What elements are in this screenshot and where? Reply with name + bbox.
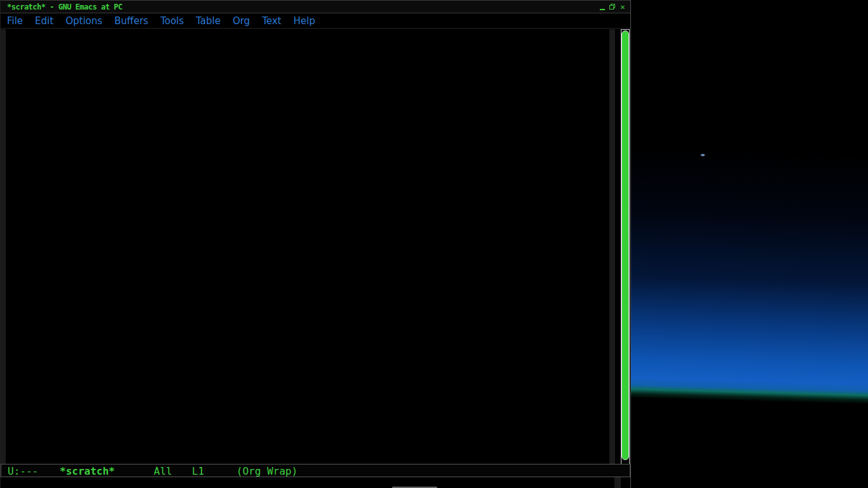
window-controls: ✕ xyxy=(597,1,628,13)
editor-buffer-area[interactable] xyxy=(1,29,630,464)
mode-line: U:--- *scratch* All L1 (Org Wrap) xyxy=(1,464,630,477)
modeline-major-mode[interactable]: (Org Wrap) xyxy=(236,465,297,477)
star-dot xyxy=(700,154,705,156)
restore-button[interactable] xyxy=(607,2,618,12)
modeline-position: All xyxy=(154,465,172,477)
modeline-coding-indicator: U:--- xyxy=(8,465,38,477)
menu-item-help[interactable]: Help xyxy=(294,15,315,27)
menu-item-file[interactable]: File xyxy=(7,15,23,27)
scrollbar-thumb[interactable] xyxy=(621,30,629,460)
menu-item-edit[interactable]: Edit xyxy=(35,15,53,27)
menu-item-table[interactable]: Table xyxy=(196,15,220,27)
scrollbar-track[interactable] xyxy=(621,29,630,464)
right-fringe xyxy=(609,29,615,464)
menu-item-options[interactable]: Options xyxy=(65,15,102,27)
minibuffer-gutter xyxy=(614,477,621,488)
modeline-buffer-name[interactable]: *scratch* xyxy=(60,465,115,477)
emacs-window: *scratch* - GNU Emacs at PC ✕ File Edit … xyxy=(0,0,631,488)
title-bar[interactable]: *scratch* - GNU Emacs at PC ✕ xyxy=(1,1,630,13)
left-fringe xyxy=(1,29,6,464)
menu-item-tools[interactable]: Tools xyxy=(160,15,184,27)
menu-bar: File Edit Options Buffers Tools Table Or… xyxy=(1,14,630,29)
window-title: *scratch* - GNU Emacs at PC xyxy=(7,3,123,11)
minimize-button[interactable] xyxy=(597,2,607,12)
desktop: *scratch* - GNU Emacs at PC ✕ File Edit … xyxy=(0,0,868,488)
menu-item-buffers[interactable]: Buffers xyxy=(114,15,148,27)
close-button[interactable]: ✕ xyxy=(618,2,628,12)
echo-area[interactable]: For information about GNU Emacs and the … xyxy=(1,477,630,488)
atmosphere-gradient xyxy=(606,0,868,488)
close-icon: ✕ xyxy=(620,4,625,11)
modeline-line-number: L1 xyxy=(192,465,204,477)
menu-item-org[interactable]: Org xyxy=(233,15,250,27)
menu-item-text[interactable]: Text xyxy=(262,15,281,27)
minimize-icon xyxy=(600,9,605,10)
